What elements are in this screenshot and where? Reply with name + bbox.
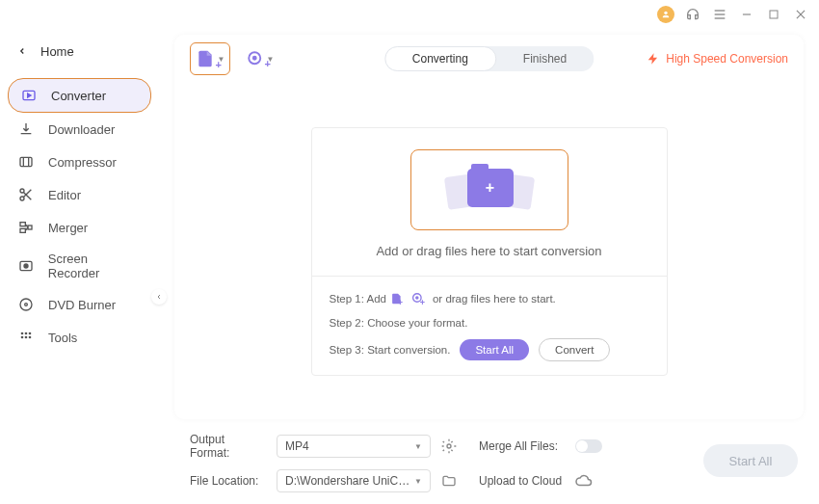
step2-label: Step 2: Choose your format. — [330, 317, 468, 329]
merge-files-toggle[interactable] — [575, 439, 602, 453]
svg-point-26 — [21, 332, 24, 335]
scissors-icon — [17, 186, 35, 203]
disc-icon — [17, 296, 35, 313]
svg-point-14 — [20, 197, 24, 200]
svg-point-0 — [664, 12, 667, 14]
sidebar-item-label: Compressor — [48, 155, 117, 170]
sidebar-item-label: Editor — [48, 188, 81, 202]
support-icon[interactable] — [684, 6, 701, 23]
sidebar-item-label: Downloader — [48, 122, 115, 137]
download-icon — [17, 120, 35, 138]
merge-icon — [17, 219, 35, 236]
svg-point-24 — [20, 299, 32, 310]
add-dvd-button[interactable]: + ▼ — [240, 42, 280, 75]
sidebar-item-merger[interactable]: Merger — [0, 211, 159, 244]
sidebar-item-label: Tools — [48, 331, 77, 345]
high-speed-label: High Speed Conversion — [666, 52, 788, 66]
maximize-icon[interactable] — [765, 6, 782, 23]
svg-point-13 — [20, 189, 24, 193]
svg-point-35 — [416, 297, 418, 299]
chevron-down-icon: ▼ — [414, 442, 422, 451]
compress-icon — [17, 153, 35, 171]
sidebar-item-label: Screen Recorder — [48, 252, 142, 280]
svg-point-31 — [29, 336, 32, 339]
sidebar-item-tools[interactable]: Tools — [0, 321, 159, 354]
chevron-down-icon: ▼ — [414, 477, 422, 486]
add-file-icon[interactable]: + — [390, 290, 408, 307]
sidebar-item-label: Merger — [48, 221, 88, 235]
settings-icon[interactable] — [440, 438, 458, 455]
svg-point-36 — [447, 444, 451, 448]
output-format-select[interactable]: MP4 ▼ — [277, 435, 431, 458]
lightning-icon — [647, 52, 660, 66]
svg-rect-5 — [770, 11, 778, 18]
grid-icon — [17, 329, 35, 346]
svg-point-27 — [25, 332, 28, 335]
file-location-label: File Location: — [190, 474, 267, 488]
open-folder-icon[interactable] — [440, 472, 458, 490]
sidebar-item-dvd-burner[interactable]: DVD Burner — [0, 288, 159, 321]
sidebar-item-compressor[interactable]: Compressor — [0, 146, 159, 178]
sidebar-item-screen-recorder[interactable]: Screen Recorder — [0, 244, 159, 288]
sidebar-item-editor[interactable]: Editor — [0, 178, 159, 211]
high-speed-button[interactable]: High Speed Conversion — [647, 52, 788, 66]
file-location-select[interactable]: D:\Wondershare UniConverter 1 ▼ — [277, 469, 431, 492]
add-dvd-icon[interactable]: + — [411, 290, 429, 307]
sidebar: Home Converter Downloader Compressor Edi… — [0, 29, 159, 504]
add-file-button[interactable]: + ▼ — [190, 42, 230, 75]
sidebar-item-downloader[interactable]: Downloader — [0, 113, 159, 146]
start-all-small-button[interactable]: Start All — [460, 339, 529, 360]
back-icon — [17, 44, 27, 59]
status-tabs: Converting Finished — [384, 46, 594, 71]
menu-icon[interactable] — [711, 6, 728, 23]
step1-label-a: Step 1: Add — [330, 293, 386, 305]
tab-converting[interactable]: Converting — [384, 46, 496, 71]
user-icon[interactable] — [657, 6, 674, 23]
record-icon — [17, 257, 35, 275]
svg-rect-10 — [20, 157, 32, 166]
merge-files-label: Merge All Files: — [479, 439, 566, 453]
home-button[interactable]: Home — [0, 37, 159, 66]
close-icon[interactable] — [792, 6, 809, 23]
titlebar — [0, 0, 819, 29]
start-all-button[interactable]: Start All — [703, 444, 798, 477]
svg-point-29 — [21, 336, 24, 339]
step3-label: Step 3: Start conversion. — [330, 344, 451, 356]
output-format-value: MP4 — [285, 439, 309, 453]
sidebar-item-converter[interactable]: Converter — [8, 78, 151, 113]
tab-finished[interactable]: Finished — [496, 46, 594, 71]
dropzone-text: Add or drag files here to start conversi… — [322, 244, 657, 258]
svg-rect-18 — [20, 228, 25, 232]
svg-point-30 — [25, 336, 28, 339]
sidebar-item-label: DVD Burner — [48, 298, 116, 312]
svg-point-25 — [25, 304, 28, 306]
dropzone[interactable]: + — [410, 149, 568, 230]
convert-button[interactable]: Convert — [539, 338, 610, 361]
step1-label-b: or drag files here to start. — [433, 293, 556, 305]
file-location-value: D:\Wondershare UniConverter 1 — [285, 474, 414, 488]
svg-point-28 — [29, 332, 32, 335]
sidebar-item-label: Converter — [51, 89, 106, 103]
steps-panel: Step 1: Add + + or drag files here to st… — [312, 276, 667, 375]
folder-icon: + — [446, 161, 533, 219]
dropzone-card: + Add or drag files here to start conver… — [311, 127, 668, 376]
main-area: + ▼ + ▼ Converting Finished High Speed C… — [159, 29, 819, 504]
svg-marker-9 — [28, 93, 31, 97]
svg-rect-19 — [28, 225, 32, 229]
home-label: Home — [40, 44, 74, 59]
svg-point-23 — [24, 264, 28, 268]
svg-rect-17 — [20, 223, 25, 226]
cloud-icon[interactable] — [575, 472, 593, 490]
toolbar: + ▼ + ▼ Converting Finished High Speed C… — [174, 35, 804, 83]
svg-point-33 — [252, 57, 255, 60]
minimize-icon[interactable] — [738, 6, 755, 23]
upload-cloud-label: Upload to Cloud — [479, 474, 566, 488]
converter-icon — [20, 87, 38, 104]
output-format-label: Output Format: — [190, 433, 267, 460]
collapse-sidebar-button[interactable] — [151, 289, 167, 305]
